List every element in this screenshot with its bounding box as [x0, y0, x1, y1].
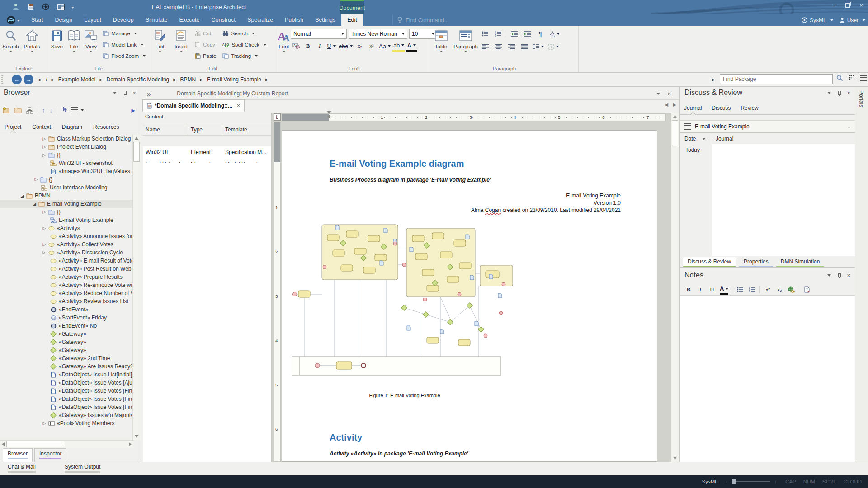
decrease-indent-button[interactable]: [509, 29, 519, 39]
restore-button[interactable]: [844, 2, 851, 8]
expand-chevrons-icon[interactable]: »: [147, 90, 151, 98]
tree-item-[interactable]: ▷{}: [0, 151, 133, 159]
tree-item-activity-re-annouce-vote-with[interactable]: «Activity» Re-annouce Vote with: [0, 281, 133, 289]
tab-close-icon[interactable]: ×: [237, 103, 240, 109]
user-menu[interactable]: User: [840, 17, 865, 23]
find-package-input[interactable]: [720, 74, 833, 84]
bullet-list-button[interactable]: [480, 29, 491, 39]
breadcrumb-item-bpmn[interactable]: BPMN: [180, 76, 196, 83]
tree-expand-icon[interactable]: ▷: [33, 177, 40, 182]
journal-list[interactable]: Today: [680, 144, 855, 256]
cut-button[interactable]: Cut: [192, 28, 219, 39]
tab-scroll-right-icon[interactable]: ▶: [673, 102, 676, 107]
browser-hamburger-menu[interactable]: [71, 107, 84, 113]
copy-button[interactable]: Copy: [192, 39, 219, 50]
model-structure-icon[interactable]: [26, 107, 33, 114]
tree-item-activity-prepare-results[interactable]: «Activity» Prepare Results: [0, 273, 133, 281]
content-col-template[interactable]: Template: [222, 124, 271, 135]
tree-item-image-win32ui-tagvalues-pn[interactable]: «Image» Win32UI_TagValues.pn: [0, 167, 133, 175]
tree-item-gateway-2nd-time[interactable]: «Gateway» 2nd Time: [0, 354, 133, 362]
find-command-box[interactable]: Find Command...: [392, 15, 449, 25]
change-case-button[interactable]: Aa: [378, 41, 392, 51]
ribbon-tab-layout[interactable]: Layout: [78, 14, 107, 26]
browser-tab-diagram[interactable]: Diagram: [62, 121, 82, 133]
journal-row-today[interactable]: Today: [680, 147, 700, 153]
strikethrough-button[interactable]: abc: [338, 41, 354, 51]
tree-item-dataobject-issue-votes-ajust[interactable]: «DataObject» Issue Votes [Ajust: [0, 379, 133, 387]
ribbon-tab-develop[interactable]: Develop: [107, 14, 140, 26]
browser-tab-context[interactable]: Context: [32, 121, 51, 133]
vertical-ruler[interactable]: 123456: [274, 122, 281, 462]
fixed-zoom-button[interactable]: Fixed Zoom: [99, 50, 149, 61]
forward-button[interactable]: →: [24, 75, 33, 84]
notes-underline-button[interactable]: U: [708, 285, 716, 294]
browser-pin-icon[interactable]: [122, 90, 127, 95]
move-down-icon[interactable]: ↓: [49, 107, 52, 114]
ribbon-tab-start[interactable]: Start: [25, 14, 49, 26]
tree-item-activity-e-mail-result-of-vote[interactable]: «Activity» E-mail Result of Vote: [0, 257, 133, 265]
close-button[interactable]: ×: [858, 2, 864, 8]
notes-font-color-button[interactable]: A: [720, 284, 728, 295]
find-package-search-icon[interactable]: [836, 75, 843, 81]
tree-expand-icon[interactable]: ▷: [41, 145, 48, 149]
browser-vertical-scrollbar[interactable]: [132, 135, 141, 440]
back-button[interactable]: ←: [12, 75, 22, 84]
navigation-menu-icon[interactable]: [860, 75, 867, 81]
tree-expand-icon[interactable]: ▷: [41, 226, 48, 230]
tree-item-activity-reduce-number-of-vo[interactable]: «Activity» Reduce Number of Vo: [0, 289, 133, 297]
search-button[interactable]: Search: [0, 27, 21, 61]
save-all-icon[interactable]: [27, 2, 35, 11]
toolbar-grip[interactable]: [1, 75, 3, 84]
pilcrow-button[interactable]: ¶: [535, 29, 546, 39]
tree-item-gateway[interactable]: «Gateway»: [0, 346, 133, 354]
format-eraser-icon[interactable]: Aa: [291, 41, 302, 51]
browser-expand-icon[interactable]: ▶: [132, 108, 135, 113]
increase-indent-button[interactable]: [522, 29, 533, 39]
notes-close-icon[interactable]: ×: [847, 272, 850, 278]
tracking-button[interactable]: Tracking: [219, 50, 269, 61]
ribbon-tab-execute[interactable]: Execute: [173, 14, 205, 26]
content-row-win32-ui[interactable]: Win32 UIElementSpecification M...: [143, 146, 271, 158]
context-tab-document[interactable]: Document: [340, 0, 364, 14]
tree-item-gateway[interactable]: «Gateway»: [0, 330, 133, 338]
document-vertical-scrollbar[interactable]: [671, 113, 679, 462]
browse-grid-icon[interactable]: [849, 75, 855, 81]
discuss-pin-icon[interactable]: [836, 90, 841, 95]
tree-item-[interactable]: ▷{}: [0, 175, 133, 183]
tree-item-gateway-are-issues-ready[interactable]: «Gateway» Are Issues Ready?: [0, 362, 133, 371]
notes-bold-button[interactable]: B: [684, 285, 693, 294]
tree-expand-icon[interactable]: ▷: [41, 153, 48, 157]
shading-button[interactable]: [548, 29, 561, 39]
notes-subscript-button[interactable]: x₂: [775, 285, 783, 294]
font-family-select[interactable]: Times New Roman: [349, 29, 407, 39]
browser-horizontal-scrollbar[interactable]: [0, 440, 133, 448]
tree-item-gateway-issues-w-o-majority[interactable]: «Gateway» Issues w'o Majority?: [0, 411, 133, 419]
tree-expand-icon[interactable]: ▷: [41, 136, 48, 141]
discuss-element-selector[interactable]: E-mail Voting Example: [680, 120, 855, 133]
tree-expand-icon[interactable]: ▷: [41, 250, 48, 255]
content-col-type[interactable]: Type: [188, 124, 222, 135]
browser-close-icon[interactable]: ×: [132, 90, 136, 96]
paragraph-style-select[interactable]: Normal: [291, 29, 347, 39]
app-logo[interactable]: [6, 15, 22, 25]
italic-button[interactable]: I: [314, 41, 325, 51]
browser-tab-resources[interactable]: Resources: [93, 121, 119, 133]
align-right-button[interactable]: [506, 42, 517, 52]
highlight-color-button[interactable]: ab: [392, 40, 405, 52]
subscript-button[interactable]: x₂: [354, 41, 365, 51]
new-package-icon[interactable]: [3, 107, 10, 113]
ribbon-tab-specialize[interactable]: Specialize: [241, 14, 279, 26]
tree-item-dataobject-issue-list-initial[interactable]: «DataObject» Issue List[Initial]: [0, 371, 133, 379]
ribbon-tab-settings[interactable]: Settings: [309, 14, 341, 26]
notes-hyperlink-icon[interactable]: [787, 285, 795, 294]
spell-check-button[interactable]: ABC Spell Check: [219, 39, 269, 50]
browser-bottom-tab-inspector[interactable]: Inspector: [34, 448, 66, 462]
paste-button[interactable]: Paste: [192, 50, 219, 61]
discuss-menu-icon[interactable]: [827, 92, 831, 94]
horizontal-ruler[interactable]: 1234567: [282, 113, 666, 121]
breadcrumb-item-example-model[interactable]: Example Model: [58, 76, 96, 83]
tree-expand-icon[interactable]: ▷: [41, 242, 48, 247]
tree-expand-icon[interactable]: ▷: [41, 210, 48, 214]
bold-button[interactable]: B: [302, 41, 313, 51]
superscript-button[interactable]: x²: [366, 41, 377, 51]
